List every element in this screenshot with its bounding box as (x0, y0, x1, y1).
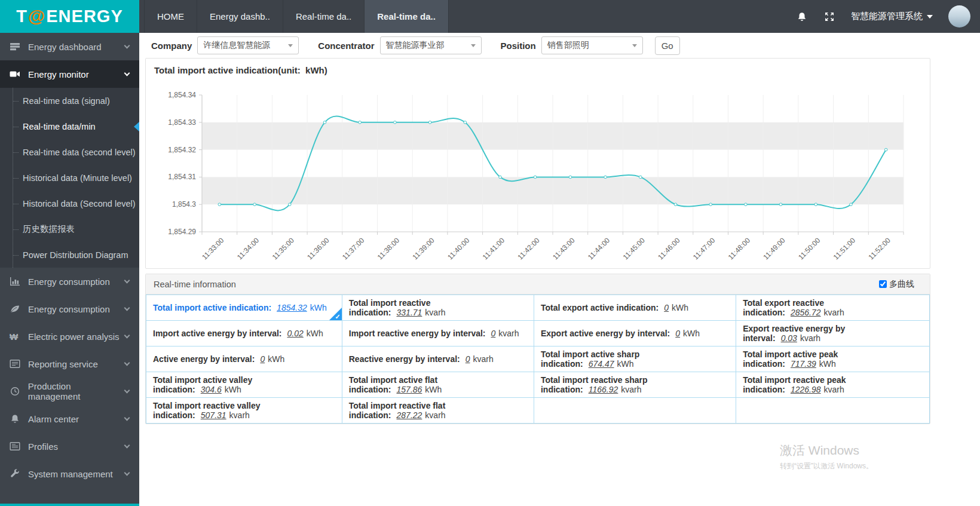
svg-text:11:45:00: 11:45:00 (621, 236, 647, 262)
system-title-dropdown[interactable]: 智慧能源管理系统 (851, 11, 933, 22)
app-root: T@ENERGY HOME Energy dashb.. Real-time d… (0, 0, 980, 506)
realtime-info-table: Total import active indication:1854.32kW… (146, 295, 930, 424)
info-cell[interactable]: Total import active peak indication:717.… (736, 346, 930, 372)
sidebar-item-label: Energy monitor (28, 69, 89, 79)
sidebar-item-alarm-center[interactable]: Alarm center (0, 405, 139, 433)
chevron-down-icon (632, 44, 637, 47)
svg-text:1,854.32: 1,854.32 (168, 146, 196, 154)
sidebar-item-system-management[interactable]: System management (0, 460, 139, 487)
svg-text:1,854.3: 1,854.3 (172, 200, 196, 208)
notification-bell-icon[interactable] (796, 11, 808, 23)
chevron-down-icon (124, 387, 130, 393)
check-icon: ✓ (335, 313, 341, 321)
info-cell[interactable]: Total import reactive peak indication:12… (736, 372, 930, 398)
table-row: Total import reactive valley indication:… (146, 398, 930, 424)
sidebar-subitem-power-distribution-diagram[interactable]: Power Distribution Diagram (0, 242, 139, 268)
svg-text:11:43:00: 11:43:00 (551, 236, 577, 262)
info-cell[interactable]: Active energy by interval:0kWh (146, 346, 342, 372)
main-content: Company 许继信息智慧能源 Concentrator 智慧能源事业部 Po… (139, 33, 980, 506)
bar-chart-icon (10, 277, 22, 286)
sidebar-item-energy-consumption-2[interactable]: Energy consumption (0, 295, 139, 323)
sidebar-item-reporting-service[interactable]: Reporting service (0, 350, 139, 378)
sidebar-item-profiles[interactable]: Profiles (0, 433, 139, 460)
info-cell-unit: kWh (617, 359, 634, 369)
chart-title: Total import active indication(unit: kWh… (146, 59, 930, 76)
info-cell[interactable]: Total import reactive valley indication:… (146, 398, 342, 424)
tab-realtime-data-1[interactable]: Real-time da.. (283, 0, 364, 33)
energy-monitor-submenu: Real-time data (signal) Real-time data/m… (0, 88, 139, 268)
info-cell[interactable]: Total import reactive flat indication:28… (342, 398, 534, 424)
info-cell[interactable]: Total import active valley indication:30… (146, 372, 342, 398)
user-avatar[interactable] (948, 5, 970, 27)
multi-curve-checkbox[interactable] (879, 280, 887, 288)
sidebar-subitem-realtime-data-min[interactable]: Real-time data/min (0, 114, 139, 139)
sidebar-item-energy-dashboard[interactable]: Energy dashboard (0, 33, 139, 60)
info-cell-value: 331.71 (397, 308, 422, 317)
info-cell-value: 674.47 (589, 359, 614, 369)
info-cell[interactable]: Import reactive energy by interval:0kvar… (342, 321, 534, 346)
info-cell[interactable]: Total import reactive sharp indication:1… (534, 372, 736, 398)
info-cell[interactable]: Total export reactive indication:2856.72… (736, 295, 930, 321)
concentrator-select[interactable]: 智慧能源事业部 (380, 36, 482, 54)
go-button[interactable]: Go (655, 36, 680, 55)
svg-text:11:44:00: 11:44:00 (586, 236, 612, 262)
info-cell-value: 0 (664, 303, 669, 312)
sidebar-item-energy-consumption-1[interactable]: Energy consumption (0, 268, 139, 295)
chevron-down-icon (471, 44, 476, 47)
sidebar-item-label: Reporting service (28, 359, 98, 369)
info-cell-unit: kWh (819, 359, 836, 369)
info-cell[interactable]: Total import active flat indication:157.… (342, 372, 534, 398)
chart-canvas[interactable]: 1,854.291,854.31,854.311,854.321,854.331… (146, 76, 930, 268)
chevron-down-icon (124, 332, 130, 338)
sidebar-subitem-historical-minute[interactable]: Historical data (Minute level) (0, 165, 139, 191)
info-cell-unit: kWh (225, 385, 241, 394)
sidebar-subitem-realtime-data-second[interactable]: Real-time data (second level) (0, 139, 139, 165)
company-select[interactable]: 许继信息智慧能源 (197, 36, 299, 54)
info-cell-value: 1854.32 (277, 303, 307, 312)
sidebar-item-label: Alarm center (28, 414, 79, 424)
won-icon: ₩ (10, 332, 22, 342)
tab-realtime-data-2[interactable]: Real-time da.. (364, 0, 449, 33)
sidebar-subitem-historical-second[interactable]: Historical data (Second level) (0, 191, 139, 216)
sidebar-subitem-history-report[interactable]: 历史数据报表 (0, 216, 139, 242)
info-cell-value: 1166.92 (589, 385, 618, 394)
info-cell[interactable]: Total import active sharp indication:674… (534, 346, 736, 372)
svg-text:11:37:00: 11:37:00 (341, 236, 366, 262)
tab-home[interactable]: HOME (144, 0, 197, 33)
sidebar-item-label: Electric power analysis (28, 332, 120, 342)
info-cell[interactable]: Import active energy by interval:0.02kWh (146, 321, 342, 346)
table-row: Total import active valley indication:30… (146, 372, 930, 398)
chevron-down-icon (124, 360, 130, 366)
info-cell-empty (534, 398, 736, 424)
position-select[interactable]: 销售部照明 (541, 36, 643, 54)
fullscreen-icon[interactable] (823, 11, 835, 23)
sidebar: Energy dashboard Energy monitor Real-tim… (0, 33, 139, 506)
info-cell[interactable]: Total import active indication:1854.32kW… (146, 295, 342, 321)
watermark-line1: 激活 Windows (780, 442, 873, 459)
sidebar-item-label: Energy consumption (28, 277, 110, 287)
position-label: Position (501, 41, 536, 51)
sidebar-item-energy-monitor[interactable]: Energy monitor (0, 60, 139, 88)
activate-windows-watermark: 激活 Windows 转到“设置”以激活 Windows。 (780, 442, 873, 471)
info-cell[interactable]: Total export active indication:0kWh (534, 295, 736, 321)
sidebar-subitem-realtime-data-signal[interactable]: Real-time data (signal) (0, 88, 139, 114)
svg-text:11:48:00: 11:48:00 (727, 236, 752, 262)
tab-energy-dashboard[interactable]: Energy dashb.. (197, 0, 283, 33)
svg-text:1,854.31: 1,854.31 (168, 173, 196, 181)
sidebar-item-label: Energy consumption (28, 304, 110, 314)
info-cell-unit: kvarh (425, 308, 445, 317)
svg-text:1,854.34: 1,854.34 (168, 91, 196, 99)
sidebar-item-electric-power-analysis[interactable]: ₩ Electric power analysis (0, 323, 139, 350)
multi-curve-toggle[interactable]: 多曲线 (879, 279, 914, 290)
svg-text:11:39:00: 11:39:00 (411, 236, 436, 262)
info-cell[interactable]: Reactive energy by interval:0kvarh (342, 346, 534, 372)
info-cell-label: Total import active indication: (153, 303, 271, 312)
chevron-down-icon (124, 415, 130, 421)
info-cell[interactable]: Export active energy by interval:0kWh (534, 321, 736, 346)
sidebar-item-production-management[interactable]: Production management (0, 378, 139, 405)
info-cell-label: Import active energy by interval: (153, 329, 282, 338)
sidebar-bottom-accent (0, 504, 139, 506)
info-cell[interactable]: Export reactive energy by interval:0.03k… (736, 321, 930, 346)
info-cell[interactable]: Total import reactive indication:331.71k… (342, 295, 534, 321)
svg-text:11:49:00: 11:49:00 (761, 236, 787, 262)
